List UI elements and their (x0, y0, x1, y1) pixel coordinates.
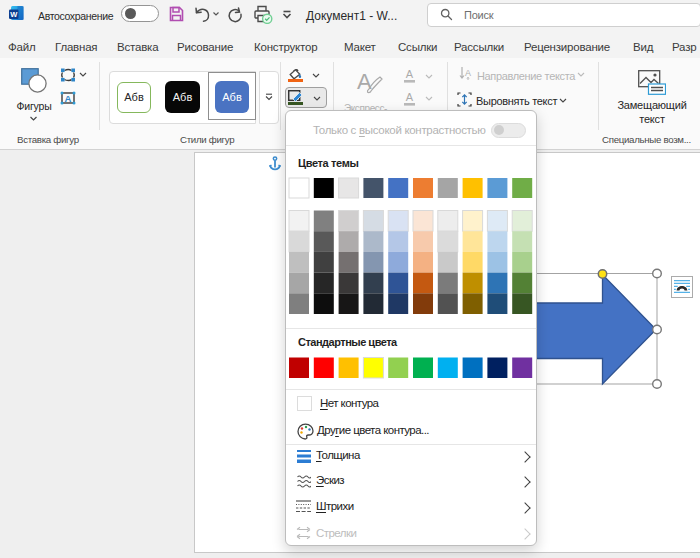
svg-text:А: А (465, 68, 471, 78)
svg-text:А: А (65, 93, 72, 104)
svg-text:А: А (406, 68, 414, 80)
svg-text:A: A (357, 69, 372, 94)
svg-text:W: W (10, 10, 18, 19)
svg-text:А: А (406, 91, 414, 103)
